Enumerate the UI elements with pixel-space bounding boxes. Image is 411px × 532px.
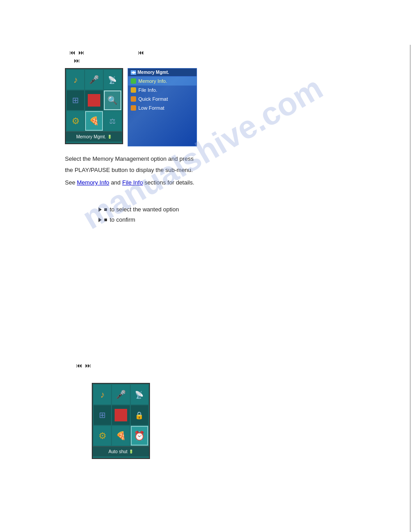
- device-label-1: Memory Mgmt. 🔋: [66, 132, 122, 142]
- grid-cell-2-red: [112, 405, 129, 425]
- menu-label-memory-info: Memory Info.: [138, 78, 167, 84]
- puzzle-icon: ⊞: [72, 95, 79, 105]
- nav-text-1: to select the wanted option: [110, 206, 179, 213]
- menu-icon-file-info: [131, 87, 136, 93]
- text-line-2: the PLAY/PAUSE button to display the sub…: [65, 166, 342, 175]
- satellite-icon: 📡: [108, 76, 117, 84]
- device-label-2: Auto shut 🔋: [93, 446, 149, 456]
- equalizer-icon: ⚖: [109, 117, 116, 125]
- skip-back-icon-2[interactable]: ⏮: [138, 49, 144, 56]
- top-navigation: ⏮ ⏭ ⏮: [69, 48, 144, 56]
- link-section: See Memory Info and File Info sections f…: [65, 179, 342, 186]
- red-square-icon-2: [115, 409, 127, 421]
- skip-back-icon[interactable]: ⏮: [69, 49, 76, 56]
- nav-item-1: to select the wanted option to confirm: [98, 206, 179, 223]
- grid-cell-music: ♪: [67, 70, 84, 90]
- gear-icon-2: ⚙: [98, 430, 107, 441]
- menu-icon-low-format: [131, 105, 136, 111]
- grid-cell-2-music: ♪: [94, 385, 111, 404]
- stop-icon-1: [104, 208, 107, 211]
- menu-title-text: Memory Mgmt.: [137, 70, 169, 75]
- menu-icon-memory-info: [131, 78, 136, 84]
- play-icon-2: [98, 218, 102, 222]
- device-grid-1: ♪ 🎤 📡 ⊞ 🔍 ⚙ 🍕 ⚖: [66, 69, 122, 132]
- puzzle-icon-2: ⊞: [99, 410, 106, 420]
- text-section-1: Select the Memory Management option and …: [65, 154, 342, 177]
- grid-cell-puzzle: ⊞: [67, 90, 84, 110]
- grid-cell-2-lock: 🔒: [131, 405, 148, 425]
- grid-cell-2-mic: 🎤: [112, 385, 129, 404]
- grid-cell-brain: 🍕: [85, 111, 103, 131]
- music-note-icon-2: ♪: [100, 390, 105, 400]
- battery-icon-1: 🔋: [107, 135, 112, 139]
- link-memory-info[interactable]: Memory Info: [77, 179, 109, 186]
- grid-cell-gear: ⚙: [67, 111, 84, 131]
- gear-icon: ⚙: [72, 116, 80, 126]
- red-square-icon: [88, 94, 100, 107]
- menu-title: ◀▶ Memory Mgmt.: [128, 69, 197, 77]
- grid-cell-equalizer: ⚖: [104, 111, 121, 131]
- device-screen-2: ♪ 🎤 📡 ⊞ 🔒 ⚙ 🍕 ⏰ Auto shut 🔋: [92, 383, 150, 459]
- device-screen-1: ♪ 🎤 📡 ⊞ 🔍 ⚙ 🍕 ⚖ Memory Mgmt. 🔋: [65, 68, 123, 144]
- link-prefix: See: [65, 179, 77, 186]
- link-suffix: sections for details.: [145, 179, 194, 186]
- bottom-navigation: ⏮ ⏭: [76, 362, 91, 369]
- menu-icon-quick-format: [131, 96, 136, 102]
- menu-item-file-info[interactable]: File Info.: [128, 86, 197, 94]
- clock-icon: ⏰: [134, 430, 145, 441]
- grid-cell-2-puzzle: ⊞: [94, 405, 111, 425]
- grid-cell-2-brain: 🍕: [112, 426, 129, 446]
- battery-icon-2: 🔋: [129, 450, 133, 454]
- menu-panel: ◀▶ Memory Mgmt. Memory Info. File Info. …: [128, 68, 197, 146]
- grid-cell-2-clock: ⏰: [131, 426, 148, 446]
- grid-cell-magnify: 🔍: [104, 90, 121, 110]
- brain-icon-2: 🍕: [116, 431, 126, 441]
- grid-cell-red: [85, 90, 103, 110]
- menu-title-badge: ◀▶: [131, 70, 136, 75]
- menu-item-low-format[interactable]: Low Format: [128, 103, 197, 112]
- skip-forward-icon[interactable]: ⏭: [78, 49, 85, 56]
- link-file-info[interactable]: File Info: [122, 179, 143, 186]
- text-line-1: Select the Memory Management option and …: [65, 154, 342, 164]
- grid-cell-2-gear: ⚙: [94, 426, 111, 446]
- menu-label-low-format: Low Format: [138, 105, 164, 111]
- microphone-icon: 🎤: [89, 75, 99, 85]
- grid-cell-mic: 🎤: [85, 70, 103, 90]
- brain-icon: 🍕: [89, 116, 99, 126]
- bottom-skip-back-icon[interactable]: ⏮: [76, 362, 82, 369]
- stop-icon-2: [104, 219, 107, 221]
- device-label-text-1: Memory Mgmt.: [76, 134, 106, 139]
- grid-cell-2-satellite: 📡: [131, 385, 148, 404]
- music-note-icon: ♪: [73, 75, 78, 85]
- skip-forward-icon-2[interactable]: ⏭: [74, 57, 80, 64]
- device-grid-2: ♪ 🎤 📡 ⊞ 🔒 ⚙ 🍕 ⏰: [93, 384, 149, 446]
- device-label-text-2: Auto shut: [108, 449, 127, 454]
- nav-text-2: to confirm: [110, 216, 135, 223]
- microphone-icon-2: 🎤: [116, 390, 126, 399]
- menu-label-file-info: File Info.: [138, 87, 157, 93]
- lock-icon: 🔒: [135, 411, 144, 420]
- grid-cell-satellite: 📡: [104, 70, 121, 90]
- menu-item-quick-format[interactable]: Quick Format: [128, 94, 197, 103]
- magnify-icon: 🔍: [107, 95, 117, 105]
- menu-label-quick-format: Quick Format: [138, 96, 168, 102]
- menu-item-memory-info[interactable]: Memory Info.: [128, 77, 197, 86]
- link-middle: and: [111, 179, 122, 186]
- bottom-skip-forward-icon[interactable]: ⏭: [85, 362, 91, 369]
- play-icon-1: [98, 207, 102, 212]
- satellite-icon-2: 📡: [135, 390, 144, 399]
